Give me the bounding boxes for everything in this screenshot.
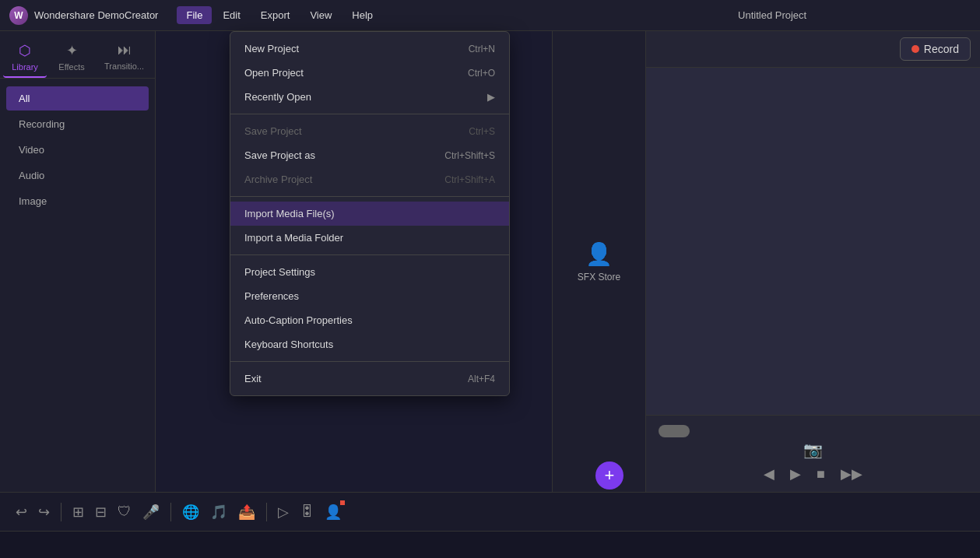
menu-save-project-as[interactable]: Save Project as Ctrl+Shift+S (230, 143, 509, 167)
import-media-folder-label: Import a Media Folder (244, 232, 343, 244)
tab-library[interactable]: ⬡ Library (3, 37, 47, 78)
recently-open-arrow: ▶ (487, 91, 495, 103)
archive-project-shortcut: Ctrl+Shift+A (444, 174, 495, 185)
library-icon: ⬡ (19, 42, 31, 59)
save-project-as-shortcut: Ctrl+Shift+S (444, 150, 495, 161)
preview-controls-area: 📷 ◀ ▶ ■ ▶▶ (646, 415, 980, 492)
menu-import-media-files[interactable]: Import Media File(s) (230, 202, 509, 226)
open-project-label: Open Project (244, 67, 304, 79)
tab-effects[interactable]: ✦ Effects (50, 37, 93, 78)
file-menu-dropdown: New Project Ctrl+N Open Project Ctrl+O R… (230, 31, 510, 396)
camera-icon[interactable]: 📷 (803, 440, 823, 459)
effects-icon: ✦ (66, 42, 78, 59)
record-label: Record (924, 43, 959, 55)
new-project-shortcut: Ctrl+N (469, 44, 495, 54)
preview-header: Record (646, 31, 980, 68)
menu-preferences[interactable]: Preferences (230, 284, 509, 308)
preview-thumb-indicator (659, 425, 690, 437)
sfx-store-icon: 👤 (585, 241, 613, 267)
divider-3 (266, 503, 267, 521)
stop-button[interactable]: ■ (810, 463, 831, 486)
menu-section-open: New Project Ctrl+N Open Project Ctrl+O R… (230, 32, 509, 114)
recently-open-label: Recently Open (244, 91, 311, 103)
export-small-button[interactable]: 📤 (235, 500, 258, 524)
divider-1 (61, 503, 61, 521)
project-title: Untitled Project (574, 9, 971, 21)
menu-section-import: Import Media File(s) Import a Media Fold… (230, 196, 509, 254)
tab-transitions[interactable]: ⏭ Transitio... (97, 37, 152, 78)
sidebar-item-all[interactable]: All (6, 86, 149, 111)
menu-section-save: Save Project Ctrl+S Save Project as Ctrl… (230, 114, 509, 196)
split-button[interactable]: ⊟ (92, 500, 110, 524)
menu-keyboard-shortcuts[interactable]: Keyboard Shortcuts (230, 332, 509, 356)
menu-recently-open[interactable]: Recently Open ▶ (230, 85, 509, 109)
preview-canvas (646, 68, 980, 415)
redo-button[interactable]: ↪ (35, 500, 53, 524)
preview-camera-row: 📷 (652, 440, 974, 459)
menu-archive-project: Archive Project Ctrl+Shift+A (230, 167, 509, 191)
add-media-button[interactable]: + (595, 461, 623, 490)
sidebar-tabs: ⬡ Library ✦ Effects ⏭ Transitio... (0, 31, 155, 79)
menu-auto-caption[interactable]: Auto-Caption Properties (230, 308, 509, 332)
sfx-store-label: SFX Store (578, 272, 620, 283)
save-project-as-label: Save Project as (244, 149, 315, 161)
shield-button[interactable]: 🛡 (114, 500, 135, 523)
settings-button[interactable]: 🎛 (297, 500, 317, 523)
preview-area: Record 📷 ◀ ▶ ■ ▶▶ (645, 31, 980, 492)
mic-button[interactable]: 🎤 (139, 500, 163, 524)
sidebar: ⬡ Library ✦ Effects ⏭ Transitio... All R… (0, 31, 156, 492)
sidebar-item-audio[interactable]: Audio (6, 163, 149, 188)
undo-button[interactable]: ↩ (12, 500, 30, 524)
user-button[interactable]: 👤 (321, 500, 345, 524)
menu-view[interactable]: View (300, 6, 341, 24)
sidebar-item-video[interactable]: Video (6, 138, 149, 162)
exit-label: Exit (244, 373, 262, 384)
sidebar-item-image[interactable]: Image (6, 189, 149, 213)
crop-button[interactable]: ⊞ (69, 500, 87, 524)
menu-open-project[interactable]: Open Project Ctrl+O (230, 61, 509, 85)
open-project-shortcut: Ctrl+O (468, 68, 495, 79)
record-dot-icon (912, 45, 919, 53)
menu-section-exit: Exit Alt+F4 (230, 361, 509, 395)
menubar: File Edit Export View Help (177, 6, 574, 24)
menu-save-project: Save Project Ctrl+S (230, 119, 509, 143)
menu-exit[interactable]: Exit Alt+F4 (230, 367, 509, 391)
bottom-toolbar: ↩ ↪ ⊞ ⊟ 🛡 🎤 🌐 🎵 📤 ▷ 🎛 👤 (0, 492, 980, 531)
record-button[interactable]: Record (900, 37, 971, 61)
app-name: Wondershare DemoCreator (34, 9, 158, 21)
divider-2 (170, 503, 171, 521)
play-button[interactable]: ▶ (784, 462, 807, 486)
preferences-label: Preferences (244, 290, 299, 302)
titlebar: W Wondershare DemoCreator File Edit Expo… (0, 0, 980, 31)
tab-library-label: Library (12, 62, 38, 72)
menu-project-settings[interactable]: Project Settings (230, 260, 509, 284)
preview-playback-controls: ◀ ▶ ■ ▶▶ (652, 462, 974, 486)
rewind-button[interactable]: ◀ (757, 462, 781, 486)
new-project-label: New Project (244, 43, 299, 54)
exit-shortcut: Alt+F4 (468, 374, 495, 384)
tab-transitions-label: Transitio... (104, 61, 144, 71)
import-media-files-label: Import Media File(s) (244, 208, 335, 219)
right-panel: 👤 SFX Store Record 📷 ◀ (544, 31, 980, 492)
play-small-button[interactable]: ▷ (275, 500, 292, 524)
project-settings-label: Project Settings (244, 266, 315, 278)
forward-button[interactable]: ▶▶ (834, 462, 869, 486)
sidebar-item-recording[interactable]: Recording (6, 112, 149, 136)
menu-export[interactable]: Export (251, 6, 300, 24)
menu-help[interactable]: Help (342, 6, 382, 24)
save-project-shortcut: Ctrl+S (469, 126, 495, 137)
menu-import-media-folder[interactable]: Import a Media Folder (230, 226, 509, 250)
network-button[interactable]: 🌐 (179, 500, 202, 524)
transitions-icon: ⏭ (118, 42, 132, 58)
menu-new-project[interactable]: New Project Ctrl+N (230, 37, 509, 61)
sfx-store-button[interactable]: 👤 SFX Store (578, 241, 620, 283)
tab-effects-label: Effects (58, 62, 84, 72)
menu-edit[interactable]: Edit (213, 6, 249, 24)
menu-file[interactable]: File (177, 6, 212, 24)
auto-caption-label: Auto-Caption Properties (244, 314, 353, 326)
sidebar-list: All Recording Video Audio Image (0, 79, 155, 221)
menu-section-settings: Project Settings Preferences Auto-Captio… (230, 254, 509, 361)
timeline (0, 531, 980, 558)
audio-button[interactable]: 🎵 (207, 500, 230, 524)
archive-project-label: Archive Project (244, 174, 312, 185)
